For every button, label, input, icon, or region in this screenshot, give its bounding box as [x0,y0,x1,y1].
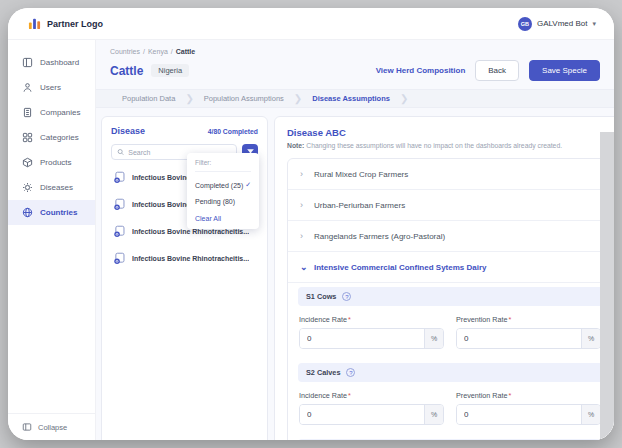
prevention-rate-input[interactable] [457,329,581,348]
group-name: S1 Cows [306,292,336,301]
required-asterisk: * [348,391,351,400]
categories-icon [22,132,33,143]
note-text: Changing these assumptions will have no … [304,142,562,149]
collapse-label: Collapse [38,423,67,432]
search-icon [117,148,124,156]
accordion-rural-mixed-crop[interactable]: › Rural Mixed Crop Farmers [288,159,614,190]
accordion-urban-periurban[interactable]: › Urban-Periurban Farmers [288,190,614,221]
field-label: Incidence Rate* [299,391,444,400]
accordion-label: Rural Mixed Crop Farmers [314,170,408,179]
field-label: Prevention Rate* [456,315,601,324]
top-bar: Partner Logo GB GALVmed Bot ▾ [8,8,614,40]
step-chevron-icon: ❯ [294,93,302,104]
sidebar-item-diseases[interactable]: Diseases [8,175,95,200]
logo-bars-icon [28,17,41,30]
users-icon [22,82,33,93]
sidebar-item-label: Users [40,83,61,92]
required-asterisk: * [509,391,512,400]
accordion-intensive-commercial[interactable]: ⌄ Intensive Commercial Confined Sytems D… [288,252,614,283]
help-icon[interactable]: ? [346,368,355,377]
step-chevron-icon: ❯ [400,93,408,104]
chevron-right-icon: › [300,200,306,210]
disease-file-icon [113,225,126,238]
required-asterisk: * [509,315,512,324]
disease-list-title: Disease [111,126,145,136]
group-s1-cows: S1 Cows ? Incidence Rate* % Prevention R… [298,287,614,349]
save-specie-button[interactable]: Save Specie [529,60,600,81]
sidebar-item-label: Diseases [40,183,73,192]
sidebar-item-label: Categories [40,133,79,142]
disease-file-icon [113,198,126,211]
sidebar-collapse-button[interactable]: Collapse [8,413,95,434]
chevron-down-icon: ▾ [592,20,596,28]
avatar: GB [518,17,532,31]
breadcrumb-separator: / [171,48,173,55]
tab-population-assumptions[interactable]: Population Assumptions [194,94,294,103]
sidebar-item-products[interactable]: Products [8,150,95,175]
percent-suffix: % [581,329,600,348]
collapse-icon [22,422,32,432]
help-icon[interactable]: ? [342,292,351,301]
sidebar-item-dashboard[interactable]: Dashboard [8,50,95,75]
group-name: S2 Calves [306,368,340,377]
filter-option-label: Pending (80) [195,198,235,205]
disease-file-icon [113,252,126,265]
page-header: Cattle Nigeria View Herd Composition Bac… [96,55,614,81]
incidence-rate-input[interactable] [300,405,424,424]
sidebar-item-countries[interactable]: Countries [8,200,95,225]
page-title: Cattle [110,64,143,78]
accordion-label: Urban-Periurban Farmers [314,201,405,210]
list-item[interactable]: Infectious Bovine Rhinotracheitis... [111,245,258,272]
check-icon: ✓ [245,181,251,189]
disease-name: Infectious Bovine Rhinotracheitis... [132,255,249,262]
breadcrumb-separator: / [143,48,145,55]
step-chevron-icon: ❯ [185,93,193,104]
app-logo[interactable]: Partner Logo [28,17,103,30]
completed-count: 4/80 Completed [208,128,258,135]
accordion-label: Rangelands Farmers (Agro-Pastoral) [314,232,445,241]
filter-option-label: Completed (25) [195,182,243,189]
percent-suffix: % [581,405,600,424]
sidebar-item-categories[interactable]: Categories [8,125,95,150]
breadcrumb-countries[interactable]: Countries [110,48,140,55]
incidence-rate-input[interactable] [300,329,424,348]
filter-option-pending[interactable]: Pending (80) [195,198,251,205]
user-menu[interactable]: GB GALVmed Bot ▾ [518,17,596,31]
dashboard-icon [22,57,33,68]
chevron-right-icon: › [300,169,306,179]
field-label: Prevention Rate* [456,391,601,400]
view-herd-composition-link[interactable]: View Herd Composition [376,66,466,75]
sidebar-item-users[interactable]: Users [8,75,95,100]
percent-suffix: % [424,329,443,348]
filter-dropdown: Filter: Completed (25) ✓ Pending (80) Cl… [187,153,259,229]
sidebar-item-label: Companies [40,108,80,117]
user-name: GALVmed Bot [537,19,588,28]
tab-disease-assumptions[interactable]: Disease Assumptions [302,94,400,103]
disease-file-icon [113,171,126,184]
group-s2-calves: S2 Calves ? Incidence Rate* % Prevention… [298,363,614,425]
vertical-scrollbar[interactable] [600,132,614,440]
chevron-down-icon: ⌄ [300,262,306,272]
assumptions-title: Disease ABC [287,127,562,138]
sidebar-item-companies[interactable]: Companies [8,100,95,125]
country-badge: Nigeria [151,64,189,77]
breadcrumb-cattle: Cattle [176,48,195,55]
prevention-rate-input[interactable] [457,405,581,424]
products-icon [22,157,33,168]
accordion-label: Intensive Commercial Confined Sytems Dai… [314,263,487,272]
filter-clear-all[interactable]: Clear All [195,215,251,222]
step-tabs: Population Data ❯ Population Assumptions… [96,89,614,108]
tab-population-data[interactable]: Population Data [112,94,185,103]
field-label: Incidence Rate* [299,315,444,324]
countries-icon [22,207,33,218]
back-button[interactable]: Back [475,60,519,81]
app-window: Partner Logo GB GALVmed Bot ▾ Dashboard … [8,8,614,440]
breadcrumb-kenya[interactable]: Kenya [148,48,168,55]
filter-option-completed[interactable]: Completed (25) ✓ [195,181,251,189]
accordion-rangelands[interactable]: › Rangelands Farmers (Agro-Pastoral) [288,221,614,252]
percent-suffix: % [424,405,443,424]
assumptions-note: Note: Changing these assumptions will ha… [287,142,562,149]
diseases-icon [22,182,33,193]
sidebar-item-label: Products [40,158,72,167]
sidebar: Dashboard Users Companies Categories Pro… [8,40,96,440]
